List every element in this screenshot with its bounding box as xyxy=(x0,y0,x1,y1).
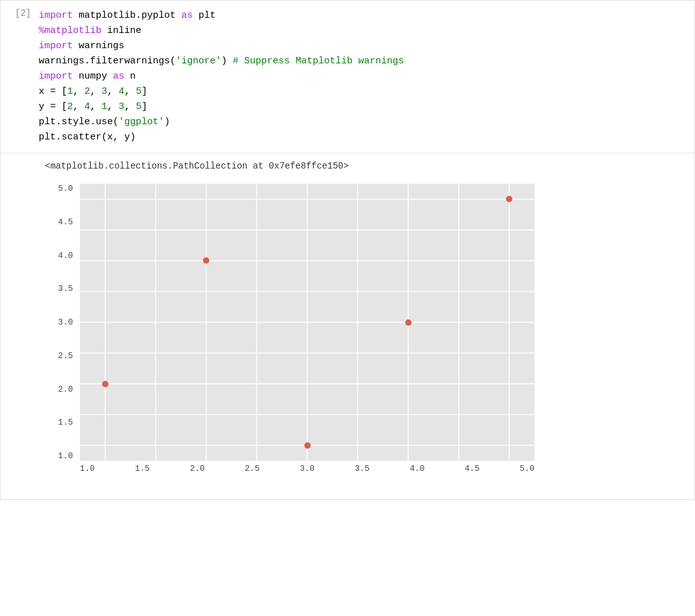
cell-code[interactable]: import matplotlib.pyplot as plt%matplotl… xyxy=(39,7,694,146)
y-axis-label: 2.0 xyxy=(58,385,73,394)
code-line: warnings.filterwarnings('ignore') # Supp… xyxy=(39,54,694,69)
chart-plot-area xyxy=(80,184,535,461)
code-line: import warnings xyxy=(39,39,694,54)
x-axis-label: 1.5 xyxy=(135,464,150,473)
output-text: <matplotlib.collections.PathCollection a… xyxy=(45,161,684,171)
code-line: import matplotlib.pyplot as plt xyxy=(39,8,694,23)
scatter-dot xyxy=(304,442,311,449)
y-axis-label: 1.0 xyxy=(58,451,73,461)
code-line: import numpy as n xyxy=(39,69,694,84)
x-axis-label: 2.5 xyxy=(245,464,259,473)
y-axis-label: 1.5 xyxy=(58,418,73,427)
y-axis-labels: 5.04.54.03.53.02.52.01.51.0 xyxy=(45,184,77,461)
y-axis-label: 3.5 xyxy=(58,284,73,293)
cell-number: [2] xyxy=(1,7,39,146)
x-axis-label: 5.0 xyxy=(520,464,535,473)
scatter-dot xyxy=(203,257,209,264)
x-axis-label: 3.0 xyxy=(300,464,315,473)
code-line: plt.scatter(x, y) xyxy=(39,130,694,145)
code-line: plt.style.use('ggplot') xyxy=(39,115,694,130)
x-axis-label: 4.0 xyxy=(410,464,424,473)
cell-input: [2] import matplotlib.pyplot as plt%matp… xyxy=(1,1,694,153)
chart-svg xyxy=(80,184,535,461)
scatter-dot xyxy=(102,381,108,387)
cell-output: <matplotlib.collections.PathCollection a… xyxy=(1,153,694,499)
scatter-dot xyxy=(405,319,412,326)
y-axis-label: 3.0 xyxy=(58,318,73,327)
code-line: x = [1, 2, 3, 4, 5] xyxy=(39,84,694,99)
notebook-cell: [2] import matplotlib.pyplot as plt%matp… xyxy=(0,0,695,500)
scatter-dot xyxy=(506,196,512,202)
x-axis-label: 1.0 xyxy=(80,464,94,473)
x-axis-label: 4.5 xyxy=(465,464,479,473)
code-line: y = [2, 4, 1, 3, 5] xyxy=(39,99,694,115)
y-axis-label: 2.5 xyxy=(58,351,73,361)
x-axis-label: 2.0 xyxy=(190,464,204,473)
y-axis-label: 4.0 xyxy=(58,251,73,260)
x-axis-labels: 1.01.52.02.53.03.54.04.55.0 xyxy=(80,464,535,486)
scatter-chart: 5.04.54.03.53.02.52.01.51.0 1.01.52.02.5… xyxy=(45,179,540,489)
x-axis-label: 3.5 xyxy=(354,464,369,473)
y-axis-label: 4.5 xyxy=(58,217,73,227)
y-axis-label: 5.0 xyxy=(58,184,73,193)
code-line: %matplotlib inline xyxy=(39,23,694,39)
